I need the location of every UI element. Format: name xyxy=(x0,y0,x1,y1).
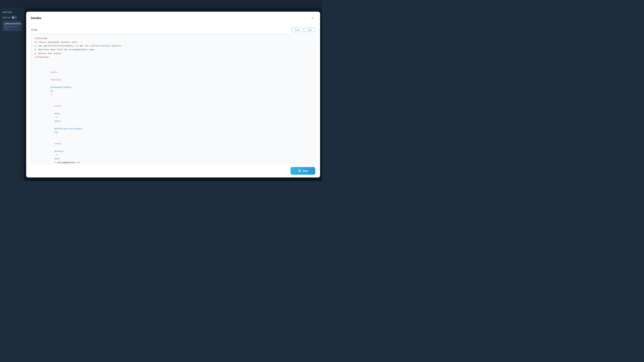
modal-body[interactable]: Script: Clear Copy <thinking> To return … xyxy=(26,24,320,164)
bg-nav-item: ··· xyxy=(10,3,12,5)
svg-marker-0 xyxy=(299,170,300,171)
code-line: const buckets = data ?.storageBuckets ??… xyxy=(34,138,312,164)
run-button-label: Run xyxy=(303,169,308,172)
run-button[interactable]: Run xyxy=(290,167,315,175)
modal-overlay: Invoke × Script: Clear Copy <thinking> T… xyxy=(24,8,322,181)
script-actions: Clear Copy xyxy=(292,27,315,32)
code-line: const data = await getInfrastructureData… xyxy=(34,101,312,138)
code-line: 3. Return the result. xyxy=(34,52,312,55)
code-line: async function getRequestedData () { xyxy=(34,67,312,101)
sidebar-item-name: getRequestedData xyxy=(4,22,20,25)
script-section: Script: Clear Copy <thinking> To return … xyxy=(31,27,315,164)
modal-title: Invoke xyxy=(31,16,41,20)
code-line xyxy=(34,59,312,63)
code-line: To return available buckets info: xyxy=(34,40,312,44)
bg-nav-item: ··· xyxy=(16,3,18,5)
code-line: </thinking> xyxy=(34,55,312,59)
show-all-switch[interactable] xyxy=(11,16,17,19)
code-line: <thinking> xyxy=(34,37,312,40)
modal-header: Invoke × xyxy=(26,12,320,24)
modal-close-button[interactable]: × xyxy=(310,15,315,21)
show-all-toggle[interactable]: Show all xyxy=(2,16,22,19)
bg-nav-item: ··· xyxy=(4,3,6,5)
sidebar-history-item[interactable]: getRequestedData 09/02/24, 10:36 AM xyxy=(2,21,22,31)
sidebar-history-label: HISTORY xyxy=(2,11,12,13)
code-line xyxy=(34,63,312,67)
sidebar-item-date: 09/02/24, 10:36 AM xyxy=(4,25,20,29)
script-label: Script: xyxy=(31,28,38,31)
background-topbar: ··· ··· ··· xyxy=(0,0,322,8)
toggle-knob xyxy=(12,16,14,19)
show-all-label: Show all xyxy=(2,16,10,19)
clear-button[interactable]: Clear xyxy=(292,27,303,32)
script-code-area[interactable]: <thinking> To return available buckets i… xyxy=(31,34,315,164)
code-line: 2. Retrieve data from the storageBuckets… xyxy=(34,48,312,52)
sidebar: HISTORY Show all getRequestedData 09/02/… xyxy=(0,8,24,181)
invoke-modal: Invoke × Script: Clear Copy <thinking> T… xyxy=(26,12,320,177)
run-button-icon xyxy=(298,169,301,173)
sidebar-history-header: HISTORY xyxy=(2,11,22,13)
code-line: 1. Use getInfrastructureData() to get al… xyxy=(34,44,312,48)
script-section-header: Script: Clear Copy xyxy=(31,27,315,32)
modal-footer: Run xyxy=(26,164,320,177)
script-copy-button[interactable]: Copy xyxy=(304,27,315,32)
